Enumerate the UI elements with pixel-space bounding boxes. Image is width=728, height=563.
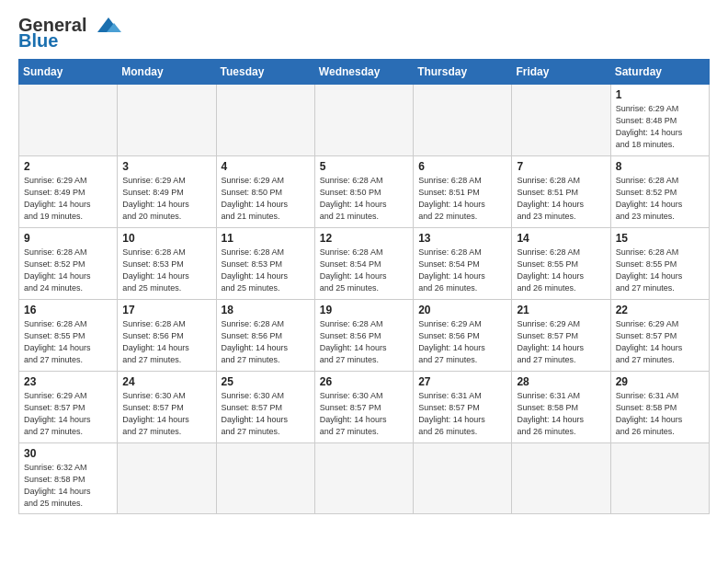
day-info: Sunrise: 6:31 AM Sunset: 8:58 PM Dayligh… (616, 390, 704, 438)
calendar-week-1: 1Sunrise: 6:29 AM Sunset: 8:48 PM Daylig… (19, 85, 710, 156)
day-info: Sunrise: 6:28 AM Sunset: 8:52 PM Dayligh… (616, 175, 704, 223)
calendar-cell (610, 443, 709, 514)
day-info: Sunrise: 6:28 AM Sunset: 8:55 PM Dayligh… (517, 247, 605, 294)
day-info: Sunrise: 6:29 AM Sunset: 8:49 PM Dayligh… (24, 175, 112, 223)
calendar-cell (512, 443, 610, 514)
calendar-cell: 25Sunrise: 6:30 AM Sunset: 8:57 PM Dayli… (216, 372, 314, 443)
day-number: 5 (320, 160, 408, 173)
day-info: Sunrise: 6:28 AM Sunset: 8:54 PM Dayligh… (418, 247, 506, 294)
day-number: 28 (517, 375, 605, 388)
calendar-cell: 23Sunrise: 6:29 AM Sunset: 8:57 PM Dayli… (19, 372, 118, 443)
calendar-cell: 6Sunrise: 6:28 AM Sunset: 8:51 PM Daylig… (414, 156, 512, 228)
day-info: Sunrise: 6:29 AM Sunset: 8:50 PM Dayligh… (222, 175, 310, 223)
calendar-week-5: 23Sunrise: 6:29 AM Sunset: 8:57 PM Dayli… (19, 372, 710, 443)
calendar-table: SundayMondayTuesdayWednesdayThursdayFrid… (18, 59, 710, 514)
calendar-cell: 7Sunrise: 6:28 AM Sunset: 8:51 PM Daylig… (512, 156, 610, 228)
calendar-cell: 13Sunrise: 6:28 AM Sunset: 8:54 PM Dayli… (414, 228, 512, 300)
calendar-cell (216, 85, 314, 156)
page-header: General Blue (18, 15, 710, 52)
day-number: 21 (517, 304, 605, 316)
day-number: 6 (418, 160, 506, 173)
calendar-cell: 4Sunrise: 6:29 AM Sunset: 8:50 PM Daylig… (216, 156, 314, 228)
day-info: Sunrise: 6:29 AM Sunset: 8:57 PM Dayligh… (517, 318, 605, 366)
calendar-cell (414, 443, 512, 514)
day-number: 16 (24, 304, 112, 316)
calendar-cell (118, 85, 216, 156)
calendar-cell: 19Sunrise: 6:28 AM Sunset: 8:56 PM Dayli… (314, 300, 413, 372)
day-info: Sunrise: 6:28 AM Sunset: 8:56 PM Dayligh… (122, 318, 210, 366)
calendar-cell: 11Sunrise: 6:28 AM Sunset: 8:53 PM Dayli… (216, 228, 314, 300)
day-number: 7 (517, 160, 605, 173)
calendar-cell (414, 85, 512, 156)
day-number: 10 (122, 232, 210, 245)
day-info: Sunrise: 6:28 AM Sunset: 8:55 PM Dayligh… (24, 318, 112, 366)
day-number: 27 (418, 375, 506, 388)
weekday-saturday: Saturday (610, 60, 709, 85)
day-info: Sunrise: 6:28 AM Sunset: 8:56 PM Dayligh… (320, 318, 408, 366)
calendar-cell: 29Sunrise: 6:31 AM Sunset: 8:58 PM Dayli… (610, 372, 709, 443)
calendar-cell: 22Sunrise: 6:29 AM Sunset: 8:57 PM Dayli… (610, 300, 709, 372)
calendar-week-2: 2Sunrise: 6:29 AM Sunset: 8:49 PM Daylig… (19, 156, 710, 228)
calendar-cell: 27Sunrise: 6:31 AM Sunset: 8:57 PM Dayli… (414, 372, 512, 443)
day-number: 15 (616, 232, 704, 245)
day-number: 23 (24, 375, 112, 388)
day-info: Sunrise: 6:28 AM Sunset: 8:52 PM Dayligh… (24, 247, 112, 294)
day-info: Sunrise: 6:30 AM Sunset: 8:57 PM Dayligh… (222, 390, 310, 438)
day-number: 1 (616, 88, 704, 101)
weekday-tuesday: Tuesday (216, 60, 314, 85)
calendar-cell: 5Sunrise: 6:28 AM Sunset: 8:50 PM Daylig… (314, 156, 413, 228)
calendar-cell: 17Sunrise: 6:28 AM Sunset: 8:56 PM Dayli… (118, 300, 216, 372)
day-number: 3 (122, 160, 210, 173)
calendar-cell: 28Sunrise: 6:31 AM Sunset: 8:58 PM Dayli… (512, 372, 610, 443)
calendar-week-4: 16Sunrise: 6:28 AM Sunset: 8:55 PM Dayli… (19, 300, 710, 372)
weekday-header-row: SundayMondayTuesdayWednesdayThursdayFrid… (19, 60, 710, 85)
calendar-week-3: 9Sunrise: 6:28 AM Sunset: 8:52 PM Daylig… (19, 228, 710, 300)
logo-icon (90, 16, 125, 36)
day-number: 13 (418, 232, 506, 245)
day-info: Sunrise: 6:28 AM Sunset: 8:51 PM Dayligh… (418, 175, 506, 223)
calendar-cell (216, 443, 314, 514)
day-number: 20 (418, 304, 506, 316)
day-info: Sunrise: 6:28 AM Sunset: 8:56 PM Dayligh… (222, 318, 310, 366)
day-number: 18 (222, 304, 310, 316)
weekday-sunday: Sunday (19, 60, 118, 85)
day-number: 9 (24, 232, 112, 245)
day-number: 29 (616, 375, 704, 388)
calendar-cell: 18Sunrise: 6:28 AM Sunset: 8:56 PM Dayli… (216, 300, 314, 372)
calendar-cell (19, 85, 118, 156)
day-info: Sunrise: 6:31 AM Sunset: 8:58 PM Dayligh… (517, 390, 605, 438)
calendar-cell: 20Sunrise: 6:29 AM Sunset: 8:56 PM Dayli… (414, 300, 512, 372)
calendar-cell: 15Sunrise: 6:28 AM Sunset: 8:55 PM Dayli… (610, 228, 709, 300)
day-number: 19 (320, 304, 408, 316)
day-info: Sunrise: 6:28 AM Sunset: 8:53 PM Dayligh… (222, 247, 310, 294)
day-info: Sunrise: 6:29 AM Sunset: 8:57 PM Dayligh… (24, 390, 112, 438)
day-info: Sunrise: 6:31 AM Sunset: 8:57 PM Dayligh… (418, 390, 506, 438)
day-info: Sunrise: 6:28 AM Sunset: 8:54 PM Dayligh… (320, 247, 408, 294)
day-number: 25 (222, 375, 310, 388)
calendar-cell (314, 85, 413, 156)
weekday-monday: Monday (118, 60, 216, 85)
day-number: 2 (24, 160, 112, 173)
day-number: 4 (222, 160, 310, 173)
day-info: Sunrise: 6:30 AM Sunset: 8:57 PM Dayligh… (320, 390, 408, 438)
day-info: Sunrise: 6:28 AM Sunset: 8:53 PM Dayligh… (122, 247, 210, 294)
day-number: 22 (616, 304, 704, 316)
calendar-cell: 10Sunrise: 6:28 AM Sunset: 8:53 PM Dayli… (118, 228, 216, 300)
day-info: Sunrise: 6:30 AM Sunset: 8:57 PM Dayligh… (122, 390, 210, 438)
logo-blue: Blue (18, 30, 58, 52)
calendar-cell: 24Sunrise: 6:30 AM Sunset: 8:57 PM Dayli… (118, 372, 216, 443)
day-number: 26 (320, 375, 408, 388)
calendar-body: 1Sunrise: 6:29 AM Sunset: 8:48 PM Daylig… (19, 85, 710, 514)
logo-area: General Blue (18, 15, 125, 52)
calendar-cell: 14Sunrise: 6:28 AM Sunset: 8:55 PM Dayli… (512, 228, 610, 300)
day-number: 17 (122, 304, 210, 316)
weekday-thursday: Thursday (414, 60, 512, 85)
day-number: 11 (222, 232, 310, 245)
day-number: 30 (24, 447, 112, 460)
calendar-cell: 21Sunrise: 6:29 AM Sunset: 8:57 PM Dayli… (512, 300, 610, 372)
day-info: Sunrise: 6:29 AM Sunset: 8:56 PM Dayligh… (418, 318, 506, 366)
calendar-cell (118, 443, 216, 514)
calendar-cell: 16Sunrise: 6:28 AM Sunset: 8:55 PM Dayli… (19, 300, 118, 372)
calendar-cell: 1Sunrise: 6:29 AM Sunset: 8:48 PM Daylig… (610, 85, 709, 156)
calendar-cell: 3Sunrise: 6:29 AM Sunset: 8:49 PM Daylig… (118, 156, 216, 228)
